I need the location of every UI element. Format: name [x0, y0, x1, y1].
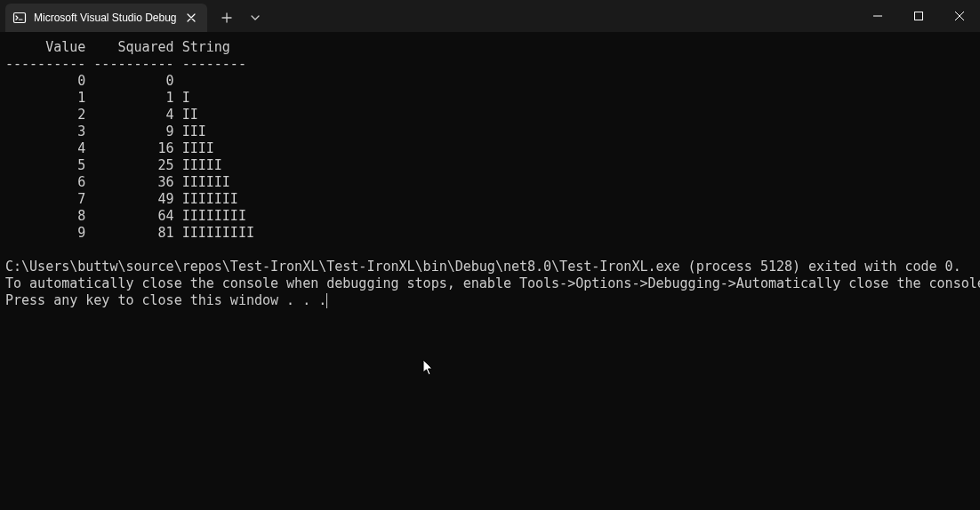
new-tab-button[interactable] — [213, 4, 241, 32]
mouse-cursor-icon — [422, 359, 435, 380]
press-key-message: Press any key to close this window . . . — [5, 292, 327, 308]
svg-rect-0 — [14, 13, 26, 23]
maximize-button[interactable] — [898, 0, 939, 32]
terminal-icon — [12, 11, 27, 25]
table-body: 0 0 1 1 I 2 4 II 3 9 III 4 16 IIII 5 25 … — [5, 73, 254, 241]
tab-active[interactable]: Microsoft Visual Studio Debug — [5, 4, 207, 32]
titlebar-drag-area[interactable] — [269, 0, 857, 32]
table-header: Value Squared String — [5, 39, 230, 55]
close-window-button[interactable] — [939, 0, 980, 32]
tab-title: Microsoft Visual Studio Debug — [34, 12, 177, 24]
console-output[interactable]: Value Squared String ---------- --------… — [0, 32, 980, 316]
tab-dropdown-button[interactable] — [241, 4, 269, 32]
tab-close-button[interactable] — [184, 11, 198, 25]
tab-actions — [213, 4, 269, 32]
text-cursor — [326, 293, 327, 308]
auto-close-message: To automatically close the console when … — [5, 275, 980, 291]
table-separator: ---------- ---------- -------- — [5, 56, 246, 72]
titlebar: Microsoft Visual Studio Debug — [0, 0, 980, 32]
svg-rect-3 — [915, 12, 923, 20]
exit-message: C:\Users\buttw\source\repos\Test-IronXL\… — [5, 259, 961, 275]
minimize-button[interactable] — [857, 0, 898, 32]
window-controls — [857, 0, 980, 32]
